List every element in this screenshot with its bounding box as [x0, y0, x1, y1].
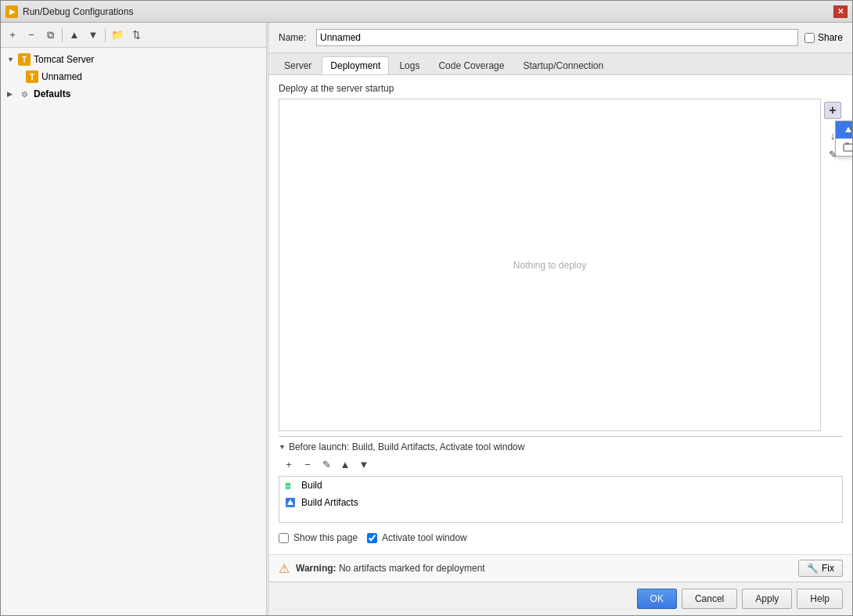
- separator-2: [105, 28, 106, 42]
- before-launch-label: Before launch: Build, Build Artifacts, A…: [289, 441, 525, 452]
- defaults-icon: ⚙: [18, 88, 31, 100]
- tab-server[interactable]: Server: [275, 56, 320, 74]
- copy-config-button[interactable]: ⧉: [41, 27, 59, 44]
- deploy-sidebar: + Artifact...: [821, 99, 843, 431]
- deploy-add-button[interactable]: +: [824, 102, 841, 119]
- add-dropdown-menu: Artifact... External Source...: [835, 121, 852, 157]
- show-page-checkbox[interactable]: [279, 533, 289, 543]
- warning-row: ⚠ Warning: No artifacts marked for deplo…: [269, 554, 852, 582]
- defaults-expand-icon: ▶: [7, 90, 15, 98]
- build-artifacts-icon: [284, 496, 297, 509]
- separator-1: [62, 28, 63, 42]
- deploy-area: Nothing to deploy +: [279, 99, 843, 431]
- warning-bold: Warning:: [296, 563, 337, 574]
- right-panel: Name: Share Server Deployment Logs: [269, 23, 852, 615]
- before-launch-expand-icon[interactable]: ▼: [279, 443, 286, 451]
- artifact-menu-item[interactable]: Artifact...: [836, 121, 852, 139]
- tree-item-unnamed[interactable]: T Unnamed: [1, 68, 266, 85]
- before-launch-remove-button[interactable]: −: [299, 456, 316, 473]
- folder-button[interactable]: 📁: [109, 27, 126, 44]
- unnamed-icon: T: [26, 70, 38, 83]
- share-label: Share: [818, 32, 843, 43]
- show-page-left: Show this page: [279, 532, 358, 543]
- tomcat-server-label: Tomcat Server: [34, 54, 94, 65]
- name-input[interactable]: [316, 29, 798, 46]
- help-button[interactable]: Help: [797, 589, 843, 609]
- deploy-list: Nothing to deploy: [279, 99, 821, 431]
- unnamed-label: Unnamed: [41, 71, 82, 82]
- activate-tool-window-checkbox[interactable]: [367, 533, 377, 543]
- external-source-menu-item[interactable]: External Source...: [836, 139, 852, 156]
- name-label: Name:: [279, 32, 310, 43]
- share-checkbox[interactable]: [804, 33, 815, 43]
- titlebar: ▶ Run/Debug Configurations ✕: [1, 1, 852, 23]
- tab-coverage[interactable]: Code Coverage: [430, 56, 513, 74]
- content-area: + − ⧉ ▲ ▼ 📁 ⇅ ▼ T Tomcat Server T: [1, 23, 852, 615]
- fix-button[interactable]: 🔧 Fix: [798, 560, 843, 577]
- tree-item-tomcat-server[interactable]: ▼ T Tomcat Server: [1, 51, 266, 68]
- before-launch-up-button[interactable]: ▲: [337, 456, 354, 473]
- warning-text: Warning: No artifacts marked for deploym…: [296, 563, 792, 574]
- defaults-label: Defaults: [34, 88, 70, 99]
- add-config-button[interactable]: +: [4, 27, 21, 44]
- build-item-label: Build: [301, 480, 322, 491]
- cancel-button[interactable]: Cancel: [682, 589, 737, 609]
- tab-startup[interactable]: Startup/Connection: [514, 56, 612, 74]
- activate-tool-window-label: Activate tool window: [382, 532, 467, 543]
- move-down-button[interactable]: ▼: [85, 27, 102, 44]
- sort-button[interactable]: ⇅: [128, 27, 145, 44]
- move-up-button[interactable]: ▲: [66, 27, 83, 44]
- fix-icon: 🔧: [807, 563, 819, 574]
- app-icon: ▶: [5, 5, 18, 18]
- warning-detail: No artifacts marked for deployment: [339, 563, 485, 574]
- window-title: Run/Debug Configurations: [23, 6, 133, 17]
- config-tree: ▼ T Tomcat Server T Unnamed ▶ ⚙ Defaults: [1, 48, 266, 615]
- svg-rect-3: [845, 142, 849, 145]
- before-launch-toolbar: + − ✎ ▲ ▼: [279, 456, 843, 473]
- deploy-section-label: Deploy at the server startup: [279, 83, 843, 94]
- build-artifacts-item-label: Build Artifacts: [301, 497, 358, 508]
- tabs-row: Server Deployment Logs Code Coverage Sta…: [269, 53, 852, 75]
- tab-logs[interactable]: Logs: [391, 56, 428, 74]
- name-row: Name: Share: [269, 23, 852, 53]
- bottom-bar: OK Cancel Apply Help: [269, 582, 852, 615]
- tree-item-defaults[interactable]: ▶ ⚙ Defaults: [1, 85, 266, 103]
- main-window: ▶ Run/Debug Configurations ✕ + − ⧉ ▲ ▼ 📁…: [0, 0, 853, 616]
- close-button[interactable]: ✕: [833, 5, 848, 18]
- nothing-to-deploy-label: Nothing to deploy: [513, 260, 586, 271]
- tab-content-deployment: Deploy at the server startup Nothing to …: [269, 75, 852, 554]
- ok-button[interactable]: OK: [637, 589, 677, 609]
- expand-icon: ▼: [7, 56, 15, 63]
- share-row: Share: [804, 32, 843, 43]
- svg-rect-2: [844, 144, 852, 151]
- remove-config-button[interactable]: −: [23, 27, 40, 44]
- tomcat-server-icon: T: [18, 53, 31, 66]
- warning-icon: ⚠: [279, 561, 290, 576]
- build-icon: 01: [284, 479, 297, 492]
- tab-deployment[interactable]: Deployment: [322, 56, 389, 74]
- titlebar-left: ▶ Run/Debug Configurations: [5, 5, 133, 18]
- show-page-row: Show this page Activate tool window: [279, 529, 843, 546]
- launch-item-build[interactable]: 01 Build: [279, 477, 842, 494]
- activate-tool-window-row: Activate tool window: [367, 532, 467, 543]
- fix-label: Fix: [822, 563, 834, 574]
- artifact-menu-icon: [842, 124, 852, 136]
- external-source-icon: [842, 141, 852, 153]
- before-launch-down-button[interactable]: ▼: [355, 456, 373, 473]
- before-launch-list: 01 Build Bui: [279, 476, 843, 523]
- before-launch-edit-button[interactable]: ✎: [318, 456, 335, 473]
- left-toolbar: + − ⧉ ▲ ▼ 📁 ⇅: [1, 23, 266, 48]
- before-launch-header: ▼ Before launch: Build, Build Artifacts,…: [279, 441, 843, 452]
- launch-item-build-artifacts[interactable]: Build Artifacts: [279, 494, 842, 511]
- before-launch-add-button[interactable]: +: [280, 456, 297, 473]
- show-page-label: Show this page: [293, 532, 358, 543]
- svg-text:01: 01: [286, 484, 293, 490]
- apply-button[interactable]: Apply: [742, 589, 792, 609]
- left-panel: + − ⧉ ▲ ▼ 📁 ⇅ ▼ T Tomcat Server T: [1, 23, 267, 615]
- before-launch-section: ▼ Before launch: Build, Build Artifacts,…: [279, 436, 843, 546]
